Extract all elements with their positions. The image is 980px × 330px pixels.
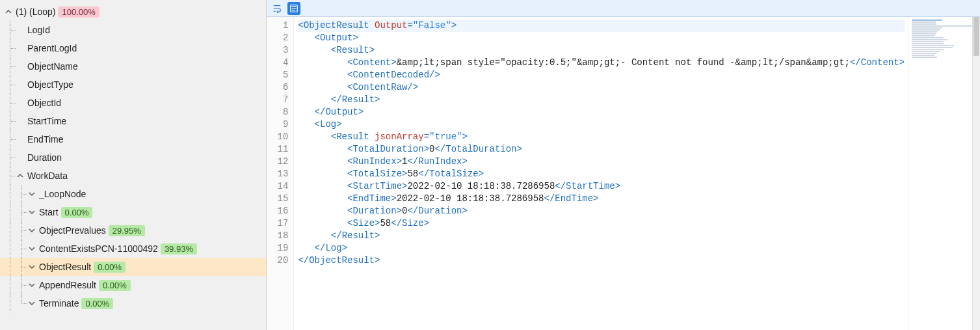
tree-item-label: Start [39,207,59,217]
tree-root-badge: 100.00% [58,7,99,18]
tree-item-badge: 39.93% [161,243,197,254]
chevron-up-icon[interactable] [4,8,13,15]
tree-item-label: ContentExistsPCN-11000492 [39,243,158,254]
tree-panel[interactable]: (1) (Loop) 100.00% LogIdParentLogIdObjec… [0,0,267,330]
tree-item-label: ObjectPrevalues [39,225,106,236]
code-line[interactable]: <Log> [298,118,905,131]
document-view-icon[interactable] [287,2,300,15]
editor-toolbar [267,0,980,17]
tree-item-label: ObjectId [27,98,61,108]
tree-item[interactable]: ObjectPrevalues29.95% [0,221,266,240]
tree-root[interactable]: (1) (Loop) 100.00% [0,3,266,21]
chevron-down-icon[interactable] [27,245,36,252]
code-line[interactable]: </Result> [298,230,905,242]
tree-item[interactable]: Duration [0,148,266,167]
code-line[interactable]: <Content>&amp;lt;span style="opacity:0.5… [298,57,905,69]
tree-root-label: (1) (Loop) [16,7,55,17]
minimap[interactable] [908,17,980,330]
code-line[interactable]: </Log> [298,242,905,254]
code-line[interactable]: <TotalDuration>0</TotalDuration> [298,143,905,156]
tree-item-label: EndTime [27,134,64,144]
tree-item-label: ParentLogId [27,43,77,53]
code-line[interactable]: </Output> [298,106,905,118]
tree-workdata-label: WorkData [27,171,68,181]
tree-item-label: ObjectName [27,61,78,72]
tree-item-label: _LoopNode [39,189,86,199]
tree-item[interactable]: ObjectResult0.00% [0,258,266,276]
code-line[interactable]: <Result> [298,44,905,57]
tree-item[interactable]: Terminate0.00% [0,294,266,312]
code-line[interactable]: </Result> [298,94,905,106]
tree-item-badge: 0.00% [99,280,131,291]
tree-item-label: StartTime [27,116,66,126]
tree-item[interactable]: ParentLogId [0,39,266,57]
tree-item-label: LogId [27,25,50,35]
line-gutter: 1234567891011121314151617181920 [267,17,294,330]
wrap-icon[interactable] [271,2,284,15]
code-line[interactable]: <RunIndex>1</RunIndex> [298,156,905,168]
chevron-down-icon[interactable] [27,282,36,288]
tree-item[interactable]: EndTime [0,130,266,148]
tree-item[interactable]: AppendResult0.00% [0,276,266,294]
scrollbar-thumb[interactable] [973,17,979,56]
chevron-down-icon[interactable] [27,209,36,215]
tree-item[interactable]: ContentExistsPCN-1100049239.93% [0,240,266,258]
code-line[interactable]: <TotalSize>58</TotalSize> [298,168,905,180]
tree-item[interactable]: ObjectType [0,76,266,94]
code-content[interactable]: <ObjectResult Output="False"> <Output> <… [294,17,908,330]
code-line[interactable]: <StartTime>2022-02-10 18:18:38.7286958</… [298,180,905,193]
code-line[interactable]: <EndTime>2022-02-10 18:18:38.7286958</En… [298,193,905,205]
tree-item[interactable]: Start0.00% [0,203,266,221]
code-line[interactable]: <ContentRaw/> [298,81,905,94]
tree-workdata[interactable]: WorkData [0,167,266,185]
chevron-down-icon[interactable] [27,264,36,270]
vertical-scrollbar[interactable] [972,17,980,330]
tree-item-label: AppendResult [39,280,96,290]
tree-item-label: ObjectType [27,79,73,90]
tree-item[interactable]: LogId [0,21,266,39]
tree-item[interactable]: _LoopNode [0,185,266,203]
code-line[interactable]: <ObjectResult Output="False"> [298,20,905,32]
code-line[interactable]: <ContentDecoded/> [298,69,905,81]
chevron-down-icon[interactable] [27,300,36,307]
editor-area[interactable]: 1234567891011121314151617181920 <ObjectR… [267,17,980,330]
tree-item[interactable]: StartTime [0,112,266,130]
code-line[interactable]: <Result jsonArray="true"> [298,131,905,143]
tree-item-label: Terminate [39,298,79,309]
chevron-down-icon[interactable] [27,227,36,234]
code-line[interactable]: <Output> [298,32,905,44]
tree-item-badge: 0.00% [94,262,126,273]
tree-item-label: Duration [27,152,62,163]
tree-item-badge: 29.95% [109,225,145,236]
tree-item[interactable]: ObjectId [0,94,266,112]
tree-item-label: ObjectResult [39,262,91,272]
code-line[interactable]: <Duration>0</Duration> [298,205,905,217]
code-line[interactable]: <Size>58</Size> [298,217,905,230]
tree-item[interactable]: ObjectName [0,57,266,76]
tree-item-badge: 0.00% [61,207,93,218]
editor-panel: 1234567891011121314151617181920 <ObjectR… [267,0,980,330]
chevron-up-icon[interactable] [16,172,25,179]
chevron-down-icon[interactable] [27,191,36,197]
code-line[interactable]: </ObjectResult> [298,254,905,267]
tree-item-badge: 0.00% [81,298,113,309]
